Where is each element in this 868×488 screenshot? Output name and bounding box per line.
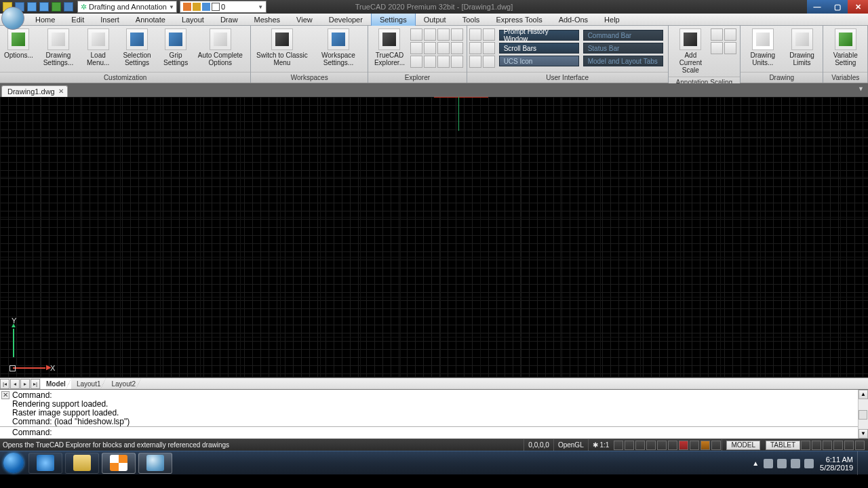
truecad-explorer-button[interactable]: TrueCAD Explorer... [370, 27, 408, 68]
show-desktop-button[interactable] [857, 451, 864, 475]
explorer-small-2[interactable] [424, 28, 436, 41]
qat-saveall-icon[interactable] [39, 2, 49, 12]
qat-import-icon[interactable] [52, 2, 61, 12]
load-menu-button[interactable]: Load Menu... [81, 27, 115, 68]
tray-volume-icon[interactable] [804, 459, 814, 468]
app-logo-icon[interactable] [1, 7, 24, 30]
ucs-icon-toggle[interactable]: UCS Icon [499, 56, 579, 66]
ortho-toggle-icon[interactable] [635, 441, 645, 450]
status-tablet-chip[interactable]: TABLET [766, 441, 800, 450]
layout-tab-layout2[interactable]: Layout2 [106, 378, 141, 390]
scroll-bars-toggle[interactable]: Scroll Bars [499, 43, 579, 54]
status-model-chip[interactable]: MODEL [726, 441, 760, 450]
menu-draw[interactable]: Draw [212, 14, 246, 26]
qat-export-icon[interactable] [64, 2, 73, 12]
lwt-toggle-icon[interactable] [679, 441, 688, 450]
menu-settings[interactable]: Settings [371, 14, 416, 26]
ui-sml-2[interactable] [483, 28, 495, 41]
model-layout-tabs-toggle[interactable]: Model and Layout Tabs [583, 56, 663, 66]
ui-sml-4[interactable] [483, 42, 495, 54]
layer-selector[interactable]: 0 [180, 1, 267, 13]
layout-tab-layout1[interactable]: Layout1 [71, 378, 106, 390]
workspace-settings-button[interactable]: Workspace Settings... [311, 27, 366, 68]
layout-tab-model[interactable]: Model [41, 378, 71, 390]
help-icon[interactable] [855, 441, 865, 450]
minimize-button[interactable]: — [807, 0, 827, 14]
menu-annotate[interactable]: Annotate [127, 14, 174, 26]
start-button[interactable] [0, 451, 27, 475]
customize-status-icon[interactable] [812, 441, 821, 450]
menu-home[interactable]: Home [27, 14, 63, 26]
menu-express[interactable]: Express Tools [488, 14, 550, 26]
document-tab-close-icon[interactable]: ✕ [58, 87, 64, 95]
menu-view[interactable]: View [288, 14, 321, 26]
tray-flag-icon[interactable] [764, 459, 773, 468]
options-button[interactable]: Options... [2, 27, 35, 60]
scroll-down-icon[interactable]: ▼ [859, 429, 868, 439]
add-current-scale-button[interactable]: Add Current Scale [671, 27, 711, 75]
drawing-canvas[interactable]: Y X [0, 97, 868, 378]
menu-help[interactable]: Help [596, 14, 628, 26]
explorer-small-5[interactable] [410, 42, 422, 54]
anno-sml-3[interactable] [711, 42, 723, 54]
anno-sml-4[interactable] [724, 42, 736, 54]
anno-sml-2[interactable] [724, 28, 736, 41]
isolate-icon[interactable] [833, 441, 843, 450]
polar-toggle-icon[interactable] [646, 441, 656, 450]
switch-classic-button[interactable]: Switch to Classic Menu [253, 27, 311, 68]
workspace-selector[interactable]: Drafting and Annotation [77, 1, 177, 13]
layout-prev-button[interactable]: ◂ [10, 379, 20, 389]
command-window-close-icon[interactable]: ✕ [1, 391, 9, 399]
hardware-accel-icon[interactable] [844, 441, 854, 450]
ui-sml-1[interactable] [469, 28, 481, 41]
selection-settings-button[interactable]: Selection Settings [115, 27, 159, 68]
variable-setting-button[interactable]: Variable Setting [825, 27, 865, 68]
layout-first-button[interactable]: |◂ [0, 379, 9, 389]
menu-layout[interactable]: Layout [174, 14, 212, 26]
document-tab[interactable]: Drawing1.dwg ✕ [1, 85, 68, 97]
grip-settings-button[interactable]: Grip Settings [159, 27, 193, 68]
layout-next-button[interactable]: ▸ [20, 379, 30, 389]
tray-power-icon[interactable] [777, 459, 787, 468]
otrack-toggle-icon[interactable] [668, 441, 677, 450]
menu-meshes[interactable]: Meshes [246, 14, 289, 26]
task-vlc[interactable] [102, 453, 136, 474]
explorer-small-10[interactable] [424, 56, 436, 68]
dyn-toggle-icon[interactable] [690, 441, 699, 450]
clean-screen-icon[interactable] [823, 441, 832, 450]
explorer-small-3[interactable] [437, 28, 450, 41]
explorer-small-8[interactable] [451, 42, 463, 54]
settings-gear-icon[interactable] [801, 441, 810, 450]
status-annoscale[interactable]: ✱ 1:1 [588, 439, 614, 451]
taskbar-clock[interactable]: 6:11 AM 5/28/2019 [820, 455, 853, 472]
qp-toggle-icon[interactable] [701, 441, 710, 450]
scroll-grip-icon[interactable] [859, 410, 867, 420]
explorer-small-4[interactable] [451, 28, 463, 41]
grid-toggle-icon[interactable] [625, 441, 634, 450]
task-explorer[interactable] [65, 453, 99, 474]
explorer-small-11[interactable] [437, 56, 450, 68]
status-bar-toggle[interactable]: Status Bar [583, 43, 663, 54]
sc-toggle-icon[interactable] [711, 441, 721, 450]
tray-network-icon[interactable] [791, 459, 800, 468]
command-input[interactable]: Command: [0, 426, 868, 438]
task-ie[interactable] [28, 453, 62, 474]
drawing-settings-button[interactable]: Drawing Settings... [35, 27, 81, 68]
explorer-small-9[interactable] [410, 56, 422, 68]
ui-sml-5[interactable] [469, 56, 481, 68]
layout-last-button[interactable]: ▸| [31, 379, 40, 389]
status-renderer[interactable]: OpenGL [553, 439, 588, 451]
menu-insert[interactable]: Insert [92, 14, 127, 26]
command-bar-toggle[interactable]: Command Bar [583, 30, 663, 41]
osnap-toggle-icon[interactable] [657, 441, 667, 450]
explorer-small-12[interactable] [451, 56, 463, 68]
qat-save-icon[interactable] [27, 2, 37, 12]
menu-tools[interactable]: Tools [454, 14, 488, 26]
tray-chevron-icon[interactable]: ▲ [752, 460, 759, 467]
menu-edit[interactable]: Edit [63, 14, 92, 26]
ui-sml-3[interactable] [469, 42, 481, 54]
maximize-button[interactable]: ▢ [827, 0, 848, 14]
explorer-small-1[interactable] [410, 28, 422, 41]
explorer-small-7[interactable] [437, 42, 450, 54]
menu-addons[interactable]: Add-Ons [551, 14, 596, 26]
